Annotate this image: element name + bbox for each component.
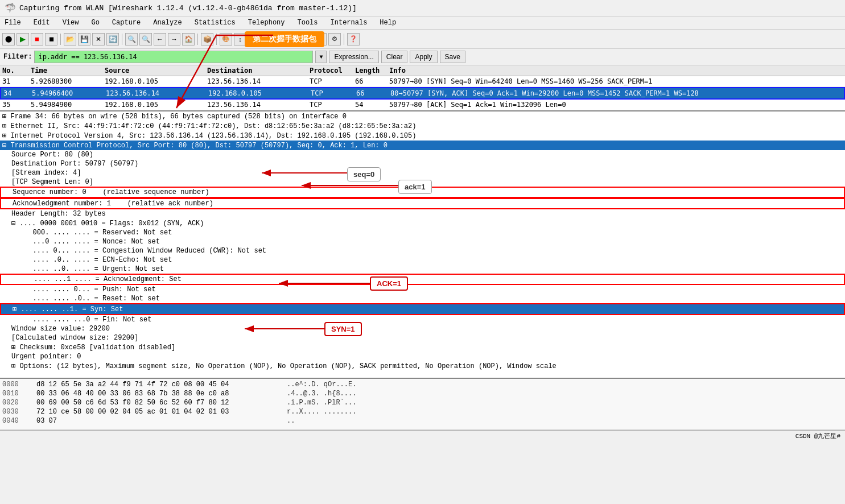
menu-view[interactable]: View [60,18,81,28]
detail-ack-flag[interactable]: .... ...1 .... = Acknowledgment: Set [0,274,845,285]
toolbar-home-btn[interactable]: 🏠 [182,33,195,46]
pkt-src: 192.168.0.105 [105,77,207,85]
pkt-info: 80→50797 [SYN, ACK] Seq=0 Ack=1 Win=2920… [390,89,842,97]
hex-dump: 0000 d8 12 65 5e 3a a2 44 f9 71 4f 72 c0… [0,379,845,430]
pkt-len: 54 [355,101,389,109]
hex-row-4: 0040 03 07 .. [2,416,843,425]
pkt-no: 34 [3,89,32,97]
hex-bytes: 72 10 ce 58 00 00 02 04 05 ac 01 01 04 0… [36,408,275,416]
packet-list: No. Time Source Destination Protocol Len… [0,65,845,111]
toolbar-open-btn[interactable]: 📂 [64,33,76,46]
menu-statistics[interactable]: Statistics [192,18,238,28]
detail-flags[interactable]: ⊟ .... 0000 0001 0010 = Flags: 0x012 (SY… [0,218,845,228]
toolbar-stop-btn[interactable]: ■ [31,33,43,46]
toolbar-prefs-btn[interactable]: ⚙ [328,33,341,46]
toolbar-save-btn[interactable]: 💾 [78,33,90,46]
col-header-dst: Destination [207,67,310,75]
detail-ecn[interactable]: .... .0.. .... = ECN-Echo: Not set [0,255,845,265]
pkt-src: 123.56.136.14 [106,89,208,97]
filter-input[interactable] [34,51,313,63]
detail-dst-port[interactable]: Destination Port: 50797 (50797) [0,159,845,168]
detail-reset[interactable]: .... .... .0.. = Reset: Not set [0,294,845,303]
detail-ip[interactable]: ⊞ Internet Protocol Version 4, Src: 123.… [0,131,845,141]
menu-analyze[interactable]: Analyze [151,18,184,28]
pkt-no: 31 [2,77,31,85]
col-header-no: No. [2,67,31,75]
detail-tcp-header[interactable]: ⊟ Transmission Control Protocol, Src Por… [0,141,845,150]
toolbar-prev-btn[interactable]: ← [154,33,166,46]
hex-row-1: 0010 00 33 06 48 40 00 33 06 83 68 7b 38… [2,389,843,398]
toolbar-colorize-btn[interactable]: 🎨 [220,33,232,46]
toolbar-start-btn[interactable]: ⬤ [2,33,15,46]
detail-win-val[interactable]: Window size value: 29200 [0,324,845,333]
toolbar-reload-btn[interactable]: 🔄 [106,33,119,46]
detail-syn-flag[interactable]: ⊞ .... .... ..1. = Syn: Set [0,303,845,315]
toolbar-zoom-in-btn[interactable]: 🔍 [125,33,138,46]
menu-capture[interactable]: Capture [110,18,143,28]
hex-addr: 0030 [2,408,25,416]
detail-stream-idx[interactable]: [Stream index: 4] [0,168,845,177]
hex-ascii: r..X.... ........ [287,408,356,416]
hex-bytes: 03 07 [36,417,275,425]
menu-go[interactable]: Go [89,18,101,28]
menu-file[interactable]: File [2,18,23,28]
toolbar-zoom-out-btn[interactable]: 🔍 [139,33,152,46]
detail-urgent-ptr[interactable]: Urgent pointer: 0 [0,352,845,361]
detail-nonce[interactable]: ...0 .... .... = Nonce: Not set [0,237,845,246]
hex-bytes: d8 12 65 5e 3a a2 44 f9 71 4f 72 c0 08 0… [36,381,275,389]
detail-push[interactable]: .... .... 0... = Push: Not set [0,285,845,294]
packet-row-34[interactable]: 34 5.94966400 123.56.136.14 192.168.0.10… [0,87,845,100]
hex-addr: 0000 [2,381,25,389]
menu-tools[interactable]: Tools [295,18,320,28]
detail-calc-win[interactable]: [Calculated window size: 29200] [0,333,845,342]
col-header-time: Time [31,67,105,75]
toolbar-play-btn[interactable]: ▶ [17,33,29,46]
hex-ascii: .4..@.3. .h{8.... [287,390,356,398]
toolbar-capture-options-btn[interactable]: 📦 [201,33,213,46]
detail-reserved[interactable]: 000. .... .... = Reserved: Not set [0,228,845,237]
menu-help[interactable]: Help [377,18,398,28]
detail-ack-num[interactable]: Acknowledgment number: 1 (relative ack n… [0,198,845,209]
toolbar-next-btn[interactable]: → [168,33,180,46]
apply-button[interactable]: Apply [410,51,437,63]
clear-button[interactable]: Clear [381,51,408,63]
pkt-len: 66 [355,77,389,85]
pkt-dst: 123.56.136.14 [207,101,310,109]
menu-internals[interactable]: Internals [328,18,370,28]
detail-cwr[interactable]: .... 0... .... = Congestion Window Reduc… [0,246,845,255]
detail-urgent[interactable]: .... ..0. .... = Urgent: Not set [0,265,845,274]
hex-row-2: 0020 00 69 00 50 c6 6d 53 f0 82 50 6c 52… [2,398,843,407]
pkt-dst: 123.56.136.14 [207,77,310,85]
packet-row-31[interactable]: 31 5.92688300 192.168.0.105 123.56.136.1… [0,76,845,87]
detail-fin[interactable]: .... .... ...0 = Fin: Not set [0,315,845,324]
hex-ascii: .i.P.mS. .PlR`... [287,399,356,407]
detail-options[interactable]: ⊞ Options: (12 bytes), Maximum segment s… [0,361,845,371]
title-bar: 🦈 Capturing from WLAN [Wireshark 1.12.4 … [0,0,845,16]
packet-details: ⊞ Frame 34: 66 bytes on wire (528 bits),… [0,111,845,379]
menu-edit[interactable]: Edit [31,18,52,28]
detail-src-port[interactable]: Source Port: 80 (80) [0,150,845,159]
toolbar-restart-btn[interactable]: ◼ [45,33,57,46]
col-header-len: Length [355,67,389,75]
pkt-src: 192.168.0.105 [105,101,207,109]
pkt-len: 66 [356,89,390,97]
toolbar-close-btn[interactable]: ✕ [92,33,105,46]
handshake-annotation: 第二次握手数据包 [245,31,324,47]
status-right: CSDN @九芒星# [795,432,840,440]
toolbar: ⬤ ▶ ■ ◼ 📂 💾 ✕ 🔄 🔍 🔍 ← → 🏠 📦 🎨 ↕ 🔎 ◁ ▷ ✓ … [0,30,845,49]
menu-telephony[interactable]: Telephony [246,18,287,28]
save-button[interactable]: Save [440,51,465,63]
detail-checksum[interactable]: ⊞ Checksum: 0xce58 [validation disabled] [0,342,845,352]
ack1-annotation: ack=1 [398,180,432,194]
expression-button[interactable]: Expression... [329,51,378,63]
menu-bar: File Edit View Go Capture Analyze Statis… [0,16,845,30]
packet-row-35[interactable]: 35 5.94984900 192.168.0.105 123.56.136.1… [0,100,845,110]
filter-dropdown-btn[interactable]: ▼ [315,51,327,63]
col-header-info: Info [389,67,843,75]
pkt-time: 5.92688300 [31,77,105,85]
detail-ethernet[interactable]: ⊞ Ethernet II, Src: 44:f9:71:4f:72:c0 (4… [0,121,845,131]
detail-hdr-len[interactable]: Header Length: 32 bytes [0,209,845,218]
hex-bytes: 00 33 06 48 40 00 33 06 83 68 7b 38 88 0… [36,390,275,398]
detail-frame[interactable]: ⊞ Frame 34: 66 bytes on wire (528 bits),… [0,111,845,121]
toolbar-help-btn[interactable]: ❓ [347,33,360,46]
